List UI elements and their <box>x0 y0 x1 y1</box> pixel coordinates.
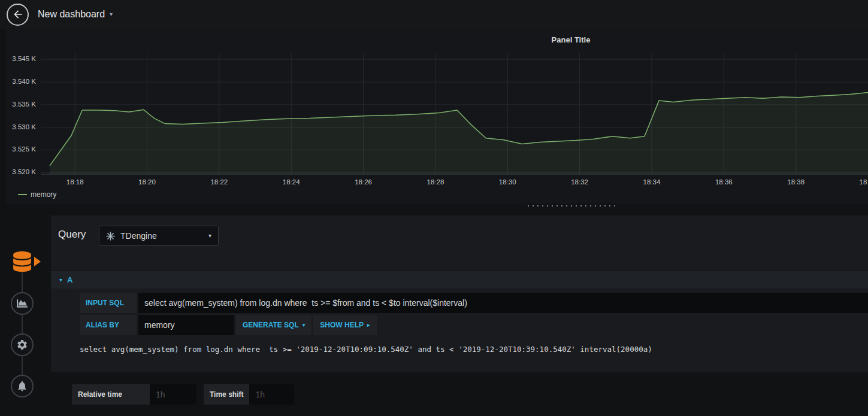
y-tick-label: 3.545 K <box>6 55 36 62</box>
y-tick-label: 3.540 K <box>6 78 36 85</box>
arrow-left-icon <box>12 8 24 20</box>
query-card: Query TDengine ▾ ▾ A INPUT SQL ALIAS BY <box>51 215 868 372</box>
header: New dashboard ▾ <box>0 0 868 29</box>
gear-icon <box>16 339 28 351</box>
tab-alert[interactable] <box>11 375 34 397</box>
query-row-header[interactable]: ▾ A <box>51 271 868 289</box>
collapse-caret-icon: ▾ <box>59 277 62 283</box>
alias-by-label: ALIAS BY <box>80 315 137 335</box>
y-tick-label: 3.525 K <box>6 145 36 153</box>
datasource-name: TDengine <box>120 231 157 241</box>
generated-sql-text: select avg(mem_system) from log.dn where… <box>80 345 858 354</box>
time-options-row: Relative time Time shift <box>72 384 294 405</box>
back-button[interactable] <box>7 4 29 26</box>
alias-by-field[interactable] <box>138 315 234 335</box>
time-series-chart[interactable] <box>41 53 868 175</box>
editor-tab-rail <box>0 208 51 416</box>
tab-rail-connector-line <box>22 262 23 386</box>
x-tick-label: 18:24 <box>283 178 300 186</box>
chart-icon <box>17 298 28 309</box>
x-tick-label: 18:20 <box>138 178 156 186</box>
y-tick-label: 3.530 K <box>6 123 36 130</box>
x-tick-label: 18:22 <box>210 178 228 186</box>
show-help-button[interactable]: SHOW HELP ▸ <box>313 315 376 335</box>
chevron-down-icon: ▾ <box>110 11 113 17</box>
query-section-title: Query <box>58 229 86 241</box>
tab-general[interactable] <box>11 333 34 356</box>
dashboard-title-menu[interactable]: New dashboard ▾ <box>38 9 113 20</box>
generate-sql-button[interactable]: GENERATE SQL ▾ <box>236 315 311 335</box>
panel-resize-handle[interactable] <box>526 205 616 207</box>
generate-sql-button-label: GENERATE SQL <box>243 321 299 329</box>
query-section-header: Query <box>58 224 86 245</box>
y-tick-label: 3.535 K <box>6 101 36 108</box>
x-tick-label: 18:18 <box>66 178 84 186</box>
legend-series-name[interactable]: memory <box>31 190 56 199</box>
chevron-right-icon: ▸ <box>367 323 370 328</box>
query-editor: Query TDengine ▾ ▾ A INPUT SQL ALIAS BY <box>51 208 868 416</box>
x-tick-label: 18:28 <box>427 178 444 186</box>
chart-panel: Panel Title 3.545 K3.540 K3.535 K3.530 K… <box>6 29 868 204</box>
x-tick-label: 18:36 <box>715 178 733 186</box>
chevron-down-icon: ▾ <box>303 323 306 328</box>
relative-time-input[interactable] <box>150 384 196 405</box>
panel-editor: Query TDengine ▾ ▾ A INPUT SQL ALIAS BY <box>0 208 868 416</box>
tab-queries[interactable] <box>8 246 37 277</box>
time-shift-label: Time shift <box>204 384 249 405</box>
grafana-panel-edit-page: New dashboard ▾ Panel Title 3.545 K3.540… <box>0 0 868 416</box>
x-tick-label: 18:32 <box>571 178 588 186</box>
x-tick-label: 18:40 <box>860 178 868 186</box>
input-sql-row: INPUT SQL <box>51 293 868 313</box>
x-tick-label: 18:34 <box>643 178 661 186</box>
x-tick-label: 18:30 <box>499 178 516 186</box>
y-tick-label: 3.520 K <box>6 168 36 175</box>
time-shift-input[interactable] <box>249 384 294 405</box>
x-tick-label: 18:26 <box>355 178 372 186</box>
show-help-button-label: SHOW HELP <box>320 321 364 329</box>
bell-icon <box>16 380 28 392</box>
spacer <box>196 384 204 405</box>
legend: memory <box>18 190 56 199</box>
datasource-logo-icon <box>106 232 115 241</box>
input-sql-label: INPUT SQL <box>80 293 137 313</box>
input-sql-field[interactable] <box>138 293 868 313</box>
datasource-picker[interactable]: TDengine ▾ <box>99 226 219 246</box>
chevron-down-icon: ▾ <box>208 233 211 239</box>
panel-title[interactable]: Panel Title <box>552 35 591 44</box>
relative-time-label: Relative time <box>72 384 150 405</box>
database-icon <box>13 251 31 272</box>
legend-color-swatch <box>18 194 27 195</box>
active-tab-arrow-icon <box>34 257 41 266</box>
x-tick-label: 18:38 <box>787 178 805 186</box>
tab-visualization[interactable] <box>11 292 34 315</box>
alias-by-row: ALIAS BY GENERATE SQL ▾ SHOW HELP ▸ <box>51 315 868 335</box>
query-ref-id: A <box>67 275 72 284</box>
dashboard-title: New dashboard <box>38 9 105 20</box>
